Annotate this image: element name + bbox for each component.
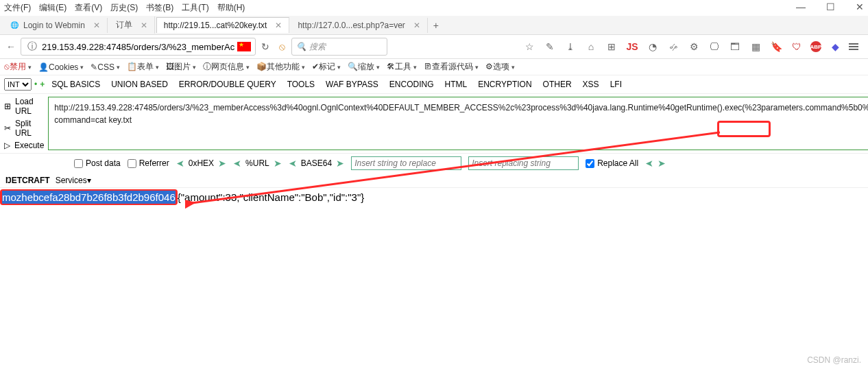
replace-go[interactable]: ➤➤ xyxy=(645,158,666,169)
other-menu[interactable]: OTHER xyxy=(539,80,576,89)
hamburger-menu[interactable] xyxy=(849,43,858,50)
close-tab-icon[interactable]: ✕ xyxy=(93,21,100,30)
flag-icon xyxy=(237,42,251,51)
grid-icon[interactable]: ⊞ xyxy=(605,40,618,53)
referrer-checkbox[interactable]: Referrer xyxy=(128,158,169,168)
abp-icon[interactable]: ABP xyxy=(810,41,821,52)
close-tab-icon[interactable]: ✕ xyxy=(413,21,420,30)
misc-menu[interactable]: 📦其他功能 xyxy=(256,61,305,73)
lfi-menu[interactable]: LFI xyxy=(606,80,626,89)
reload-button[interactable]: ↻ xyxy=(258,40,272,53)
netcraft-services[interactable]: Services▾ xyxy=(56,176,91,185)
menu-bookmarks[interactable]: 书签(B) xyxy=(146,2,173,14)
disable-menu[interactable]: ⦸禁用 xyxy=(4,61,32,73)
error-menu[interactable]: ERROR/DOUBLE QUERY xyxy=(175,80,280,89)
execute-button[interactable]: ▷Execute xyxy=(4,141,44,150)
screen-icon[interactable]: 🖵 xyxy=(708,40,721,53)
tab-webmin[interactable]: 🌐 Login to Webmin ✕ xyxy=(3,18,108,33)
search-icon: 🔍 xyxy=(296,42,306,51)
js-icon[interactable]: JS xyxy=(625,40,639,53)
replace-to-input[interactable] xyxy=(468,156,579,170)
db-select[interactable]: INT xyxy=(4,78,32,91)
html-menu[interactable]: HTML xyxy=(440,80,471,89)
base64-encode[interactable]: ➤BASE64➤ xyxy=(289,158,344,169)
address-bar[interactable]: ⓘ 219.153.49.228:47485/orders/3/%23_memb… xyxy=(21,38,256,56)
annotation-box-result: mozhebcefa28bd7b26f8b3fd2b96f046 xyxy=(0,189,178,205)
tile-icon[interactable]: ▦ xyxy=(749,40,762,53)
response-json: {"amount":33,"clientName":"Bob","id":"3"… xyxy=(178,191,365,203)
tab-label: 订单 xyxy=(116,19,132,31)
resize-menu[interactable]: 🔍缩放 xyxy=(348,61,380,73)
ext1-icon[interactable]: 🝰 xyxy=(666,40,680,53)
watermark: CSDN @ranzi. xyxy=(807,355,861,365)
tab-label: http://127.0.0...est.php?a=ver xyxy=(298,21,405,30)
encryption-menu[interactable]: ENCRYPTION xyxy=(474,80,535,89)
menu-edit[interactable]: 编辑(E) xyxy=(39,2,67,14)
tab-catkey[interactable]: http://219.15...cat%20key.txt ✕ xyxy=(156,17,290,33)
back-button[interactable]: ← xyxy=(4,40,18,53)
menu-file[interactable]: 文件(F) xyxy=(4,2,31,14)
shield-icon[interactable]: 🛡 xyxy=(790,40,804,53)
pageinfo-menu[interactable]: ⓘ网页信息 xyxy=(203,61,250,73)
options-menu[interactable]: ⚙选项 xyxy=(485,61,515,73)
sql-basics-menu[interactable]: SQL BASICS xyxy=(47,80,104,89)
toolbar-icons: ☆ ✎ ⤓ ⌂ ⊞ JS ◔ 🝰 ⚙ 🖵 🗔 ▦ 🔖 🛡 ABP ◆ xyxy=(522,40,864,53)
close-button[interactable]: ✕ xyxy=(856,1,864,12)
css-menu[interactable]: ✎CSS xyxy=(91,62,120,72)
netcraft-bar: ŊETCRAFT Services▾ xyxy=(0,173,868,188)
home-icon[interactable]: ⌂ xyxy=(584,40,598,53)
menu-history[interactable]: 历史(S) xyxy=(110,2,138,14)
pie-icon[interactable]: ◔ xyxy=(646,40,660,53)
load-icon: ⊞ xyxy=(4,102,11,111)
split-url-button[interactable]: ✂Split URL xyxy=(4,119,44,138)
forms-menu[interactable]: 📋表单 xyxy=(127,61,159,73)
plus-icon[interactable]: + xyxy=(40,80,45,89)
bookmark-icon[interactable]: 🔖 xyxy=(769,40,783,53)
url-encode[interactable]: ➤%URL➤ xyxy=(233,158,282,169)
url-text: 219.153.49.228:47485/orders/3/%23_member… xyxy=(42,42,234,52)
new-tab-button[interactable]: + xyxy=(429,19,443,32)
pencil-icon[interactable]: ✎ xyxy=(543,40,557,53)
hex-encode[interactable]: ➤0xHEX➤ xyxy=(176,158,226,169)
gear-icon[interactable]: ⚙ xyxy=(687,40,701,53)
menu-help[interactable]: 帮助(H) xyxy=(217,2,245,14)
load-url-button[interactable]: ⊞Load URL xyxy=(4,97,44,116)
hackbar-url-input[interactable]: http://219.153.49.228:47485/orders/3/%23… xyxy=(48,97,868,150)
page-content: mozhebcefa28bd7b26f8b3fd2b96f046 {"amoun… xyxy=(0,188,868,205)
post-data-checkbox[interactable]: Post data xyxy=(74,158,121,168)
menu-view[interactable]: 查看(V) xyxy=(75,2,102,14)
site-info-icon[interactable]: ⓘ xyxy=(25,40,39,53)
images-menu[interactable]: 🖼图片 xyxy=(166,61,196,73)
tab-orders[interactable]: 订单 ✕ xyxy=(109,16,155,34)
xss-menu[interactable]: XSS xyxy=(579,80,603,89)
menu-tools[interactable]: 工具(T) xyxy=(182,2,208,14)
replace-from-input[interactable] xyxy=(351,156,461,170)
window-controls: — ☐ ✕ xyxy=(796,1,864,12)
window-icon[interactable]: 🗔 xyxy=(728,40,742,53)
netcraft-logo: ŊETCRAFT xyxy=(5,176,50,185)
tools-menu[interactable]: 🛠工具 xyxy=(387,61,417,73)
diamond-icon[interactable]: ◆ xyxy=(828,40,842,53)
webdev-toolbar: ⦸禁用 👤Cookies ✎CSS 📋表单 🖼图片 ⓘ网页信息 📦其他功能 ✔标… xyxy=(0,59,868,75)
tab-label: http://219.15...cat%20key.txt xyxy=(164,21,267,30)
cookies-menu[interactable]: 👤Cookies xyxy=(38,62,84,72)
minimize-button[interactable]: — xyxy=(796,1,806,12)
download-icon[interactable]: ⤓ xyxy=(564,40,577,53)
source-menu[interactable]: 🖹查看源代码 xyxy=(424,61,479,73)
nav-bar: ← ⓘ 219.153.49.228:47485/orders/3/%23_me… xyxy=(0,35,868,59)
close-tab-icon[interactable]: ✕ xyxy=(141,21,147,30)
tab-localhost[interactable]: http://127.0.0...est.php?a=ver ✕ xyxy=(291,18,427,33)
bullet-icon: • xyxy=(34,80,37,89)
close-tab-icon[interactable]: ✕ xyxy=(275,21,282,30)
outline-menu[interactable]: ✔标记 xyxy=(312,61,341,73)
star-icon[interactable]: ☆ xyxy=(522,40,536,53)
replace-all-checkbox[interactable]: Replace All xyxy=(586,158,638,168)
stop-icon[interactable]: ⦸ xyxy=(275,40,289,53)
search-bar[interactable]: 🔍 搜索 xyxy=(291,38,387,56)
waf-menu[interactable]: WAF BYPASS xyxy=(322,80,383,89)
encoding-menu[interactable]: ENCODING xyxy=(385,80,438,89)
favicon-icon: 🌐 xyxy=(10,21,19,30)
union-menu[interactable]: UNION BASED xyxy=(107,80,172,89)
maximize-button[interactable]: ☐ xyxy=(826,1,835,12)
tools-menu[interactable]: TOOLS xyxy=(283,80,319,89)
